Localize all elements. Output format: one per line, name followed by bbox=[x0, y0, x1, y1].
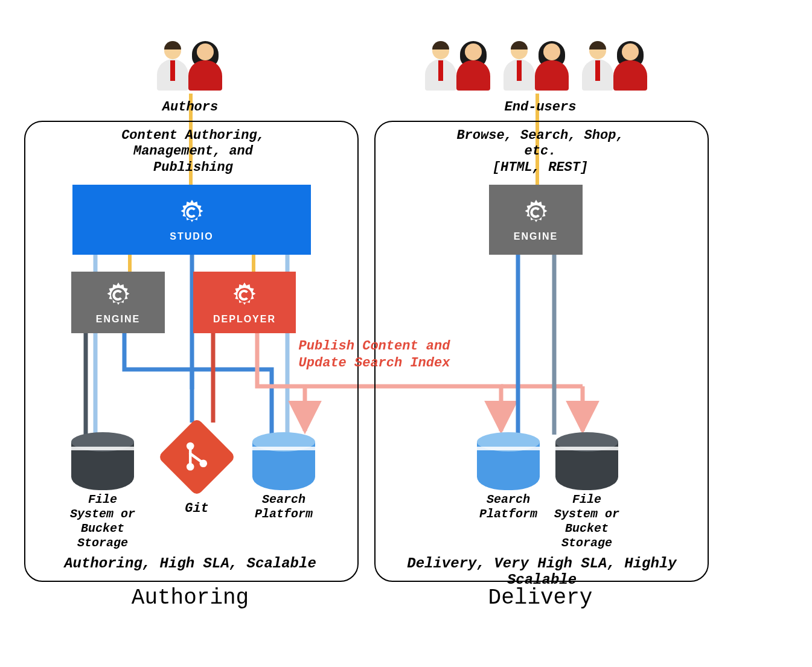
svg-point-17 bbox=[187, 442, 194, 450]
endusers-icon bbox=[423, 41, 652, 92]
deployer-label: DEPLOYER bbox=[213, 314, 276, 325]
authoring-caption: Authoring, High SLA, Scalable bbox=[36, 555, 344, 572]
studio-node: STUDIO bbox=[72, 185, 311, 255]
deployer-node: DEPLOYER bbox=[193, 272, 296, 333]
users-icon bbox=[580, 41, 652, 92]
delivery-engine-node: ENGINE bbox=[489, 185, 583, 255]
delivery-file-store-icon bbox=[555, 432, 618, 490]
authoring-engine-node: ENGINE bbox=[71, 272, 165, 333]
authoring-headline: Content Authoring, Management, and Publi… bbox=[72, 128, 314, 176]
git-icon bbox=[158, 418, 236, 496]
delivery-headline: Browse, Search, Shop, etc. [HTML, REST] bbox=[417, 128, 664, 176]
studio-label: STUDIO bbox=[170, 231, 213, 242]
users-icon bbox=[501, 41, 574, 92]
delivery-file-store-label: File System or Bucket Storage bbox=[539, 493, 635, 551]
delivery-title: Delivery bbox=[374, 586, 706, 610]
users-icon bbox=[155, 41, 227, 92]
architecture-diagram: Authors End-users Content Authoring, Man… bbox=[0, 0, 812, 667]
git-label: Git bbox=[167, 501, 227, 517]
engine-label: ENGINE bbox=[514, 231, 558, 242]
gear-c-icon bbox=[229, 280, 260, 310]
delivery-search-store-icon bbox=[477, 432, 540, 490]
svg-point-19 bbox=[200, 460, 208, 468]
authoring-file-store-icon bbox=[71, 432, 134, 490]
svg-point-18 bbox=[187, 463, 194, 471]
authors-icon bbox=[155, 41, 227, 92]
publish-label: Publish Content and Update Search Index bbox=[296, 338, 453, 371]
delivery-caption: Delivery, Very High SLA, Highly Scalable bbox=[383, 555, 700, 588]
authoring-search-store-icon bbox=[252, 432, 315, 490]
gear-c-icon bbox=[103, 280, 133, 310]
authoring-search-store-label: Search Platform bbox=[235, 493, 332, 522]
gear-c-icon bbox=[177, 197, 207, 228]
authors-label: Authors bbox=[127, 100, 254, 115]
authoring-title: Authoring bbox=[24, 586, 356, 610]
endusers-label: End-users bbox=[477, 100, 604, 115]
authoring-file-store-label: File System or Bucket Storage bbox=[54, 493, 151, 551]
engine-label: ENGINE bbox=[96, 314, 140, 325]
users-icon bbox=[423, 41, 495, 92]
gear-c-icon bbox=[521, 197, 551, 228]
